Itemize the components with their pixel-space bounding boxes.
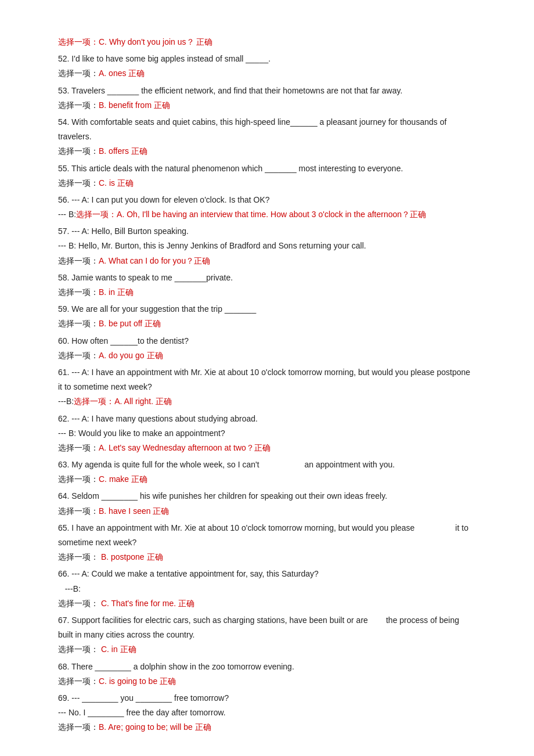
question-52: 52. I'd like to have some big apples ins… bbox=[58, 52, 476, 66]
answer-60: 选择一项：A. do you go 正确 bbox=[58, 348, 476, 363]
content-area: 选择一项：C. Why don't you join us？ 正确 52. I'… bbox=[58, 35, 476, 735]
answer-67: 选择一项： C. in 正确 bbox=[58, 642, 476, 657]
qa-block-57: 57. --- A: Hello, Bill Burton speaking. … bbox=[58, 224, 476, 268]
answer-64: 选择一项：B. have I seen 正确 bbox=[58, 504, 476, 519]
qa-block-67: 67. Support facilities for electric cars… bbox=[58, 613, 476, 657]
question-67: 67. Support facilities for electric cars… bbox=[58, 613, 476, 642]
question-69a: 69. --- ________ you ________ free tomor… bbox=[58, 691, 476, 705]
answer-68: 选择一项：C. is going to be 正确 bbox=[58, 674, 476, 689]
question-60: 60. How often ______to the dentist? bbox=[58, 334, 476, 348]
qa-block-55: 55. This article deals with the natural … bbox=[58, 161, 476, 190]
question-65: 65. I have an appointment with Mr. Xie a… bbox=[58, 521, 476, 550]
qa-block-62: 62. --- A: I have many questions about s… bbox=[58, 412, 476, 456]
qa-block-61: 61. --- A: I have an appointment with Mr… bbox=[58, 365, 476, 409]
answer-59: 选择一项：B. be put off 正确 bbox=[58, 316, 476, 331]
question-63: 63. My agenda is quite full for the whol… bbox=[58, 458, 476, 472]
question-54: 54. With comfortable seats and quiet cab… bbox=[58, 115, 476, 144]
answer-52: 选择一项：A. ones 正确 bbox=[58, 66, 476, 81]
qa-block-intro: 选择一项：C. Why don't you join us？ 正确 bbox=[58, 35, 476, 49]
question-62b: --- B: Would you like to make an appoint… bbox=[58, 426, 476, 441]
answer-61: ---B:选择一项：A. All right. 正确 bbox=[58, 394, 476, 409]
qa-block-54: 54. With comfortable seats and quiet cab… bbox=[58, 115, 476, 159]
question-66b: ---B: bbox=[58, 582, 476, 596]
answer-54: 选择一项：B. offers 正确 bbox=[58, 144, 476, 159]
question-69b: --- No. I ________ free the day after to… bbox=[58, 705, 476, 720]
answer-intro: 选择一项：C. Why don't you join us？ 正确 bbox=[58, 35, 476, 49]
answer-56: --- B:选择一项：A. Oh, I'll be having an inte… bbox=[58, 207, 476, 222]
question-53: 53. Travelers _______ the efficient netw… bbox=[58, 84, 476, 98]
question-56: 56. --- A: I can put you down for eleven… bbox=[58, 193, 476, 207]
answer-69: 选择一项：B. Are; going to be; will be 正确 bbox=[58, 720, 476, 735]
question-59: 59. We are all for your suggestion that … bbox=[58, 302, 476, 316]
question-62a: 62. --- A: I have many questions about s… bbox=[58, 412, 476, 426]
qa-block-64: 64. Seldom ________ his wife punishes he… bbox=[58, 489, 476, 518]
answer-55: 选择一项：C. is 正确 bbox=[58, 176, 476, 190]
question-68: 68. There ________ a dolphin show in the… bbox=[58, 660, 476, 674]
answer-57: 选择一项：A. What can I do for you？正确 bbox=[58, 254, 476, 268]
qa-block-53: 53. Travelers _______ the efficient netw… bbox=[58, 84, 476, 113]
qa-block-52: 52. I'd like to have some big apples ins… bbox=[58, 52, 476, 81]
qa-block-68: 68. There ________ a dolphin show in the… bbox=[58, 660, 476, 689]
qa-block-59: 59. We are all for your suggestion that … bbox=[58, 302, 476, 331]
qa-block-66: 66. --- A: Could we make a tentative app… bbox=[58, 567, 476, 611]
question-57a: 57. --- A: Hello, Bill Burton speaking. bbox=[58, 224, 476, 239]
qa-block-63: 63. My agenda is quite full for the whol… bbox=[58, 458, 476, 487]
answer-53: 选择一项：B. benefit from 正确 bbox=[58, 98, 476, 113]
qa-block-58: 58. Jamie wants to speak to me _______pr… bbox=[58, 271, 476, 300]
answer-58: 选择一项：B. in 正确 bbox=[58, 285, 476, 300]
question-61a: 61. --- A: I have an appointment with Mr… bbox=[58, 365, 476, 394]
question-64: 64. Seldom ________ his wife punishes he… bbox=[58, 489, 476, 503]
qa-block-65: 65. I have an appointment with Mr. Xie a… bbox=[58, 521, 476, 565]
question-66a: 66. --- A: Could we make a tentative app… bbox=[58, 567, 476, 581]
answer-62: 选择一项：A. Let's say Wednesday afternoon at… bbox=[58, 441, 476, 455]
answer-66: 选择一项： C. That's fine for me. 正确 bbox=[58, 596, 476, 611]
question-57b: --- B: Hello, Mr. Burton, this is Jenny … bbox=[58, 239, 476, 253]
qa-block-56: 56. --- A: I can put you down for eleven… bbox=[58, 193, 476, 222]
qa-block-60: 60. How often ______to the dentist? 选择一项… bbox=[58, 334, 476, 363]
question-58: 58. Jamie wants to speak to me _______pr… bbox=[58, 271, 476, 285]
answer-65: 选择一项： B. postpone 正确 bbox=[58, 550, 476, 564]
answer-63: 选择一项：C. make 正确 bbox=[58, 472, 476, 487]
question-55: 55. This article deals with the natural … bbox=[58, 161, 476, 176]
qa-block-69: 69. --- ________ you ________ free tomor… bbox=[58, 691, 476, 735]
